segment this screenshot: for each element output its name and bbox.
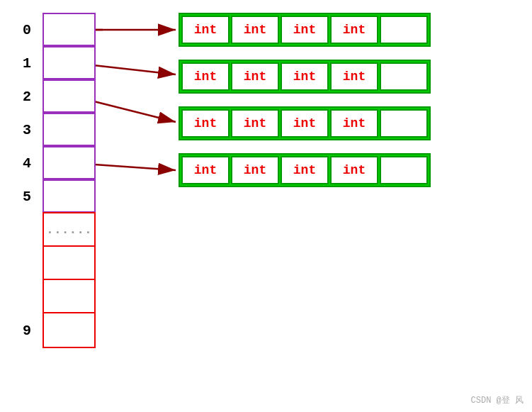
right-cell-0-3: int <box>330 16 378 44</box>
right-cell-1-2: int <box>281 62 329 91</box>
right-cell-3-3: int <box>330 156 378 184</box>
right-cell-1-0: int <box>181 62 230 91</box>
red-cell-9: 9 <box>44 313 94 347</box>
right-cell-1-4 <box>380 62 428 91</box>
right-cell-3-2: int <box>281 156 329 184</box>
red-cell-dots: ...... <box>44 213 94 247</box>
right-cell-0-1: int <box>231 16 279 44</box>
index-1: 1 <box>23 55 31 71</box>
right-row-3: int int int int <box>179 153 431 187</box>
right-row-1: int int int int <box>179 60 431 94</box>
index-9: 9 <box>23 322 31 338</box>
index-3: 3 <box>23 121 31 138</box>
right-cell-2-3: int <box>330 109 378 138</box>
index-4: 4 <box>23 155 31 171</box>
right-row-2: int int int int <box>179 106 431 140</box>
right-cell-1-3: int <box>330 62 378 91</box>
right-outer-3: int int int int <box>179 153 431 187</box>
right-cell-2-1: int <box>231 109 279 138</box>
right-cell-2-0: int <box>181 109 230 138</box>
right-cell-0-2: int <box>281 16 329 44</box>
left-red-array: ...... 9 <box>43 212 96 348</box>
left-cell-0: 0 <box>43 13 96 46</box>
red-cell-mid2 <box>44 280 94 313</box>
left-cell-5: 5 <box>43 179 96 213</box>
red-cell-mid1 <box>44 247 94 280</box>
right-cell-0-4 <box>380 16 428 44</box>
right-outer-1: int int int int <box>179 60 431 94</box>
left-cell-4: 4 <box>43 146 96 179</box>
index-5: 5 <box>23 188 31 204</box>
right-cell-1-1: int <box>231 62 279 91</box>
right-row-0: int int int int <box>179 13 431 47</box>
left-purple-array: 0 1 2 3 4 5 <box>43 13 96 213</box>
right-cell-0-0: int <box>181 16 230 44</box>
right-cell-3-1: int <box>231 156 279 184</box>
right-cell-3-0: int <box>181 156 230 184</box>
right-outer-0: int int int int <box>179 13 431 47</box>
right-cell-2-2: int <box>281 109 329 138</box>
index-0: 0 <box>23 21 31 38</box>
right-outer-2: int int int int <box>179 106 431 140</box>
index-2: 2 <box>23 88 31 104</box>
right-cell-3-4 <box>380 156 428 184</box>
diagram-container: 0 1 2 3 4 5 ...... 9 int int i <box>0 0 532 412</box>
left-cell-1: 1 <box>43 46 96 79</box>
left-cell-3: 3 <box>43 113 96 146</box>
right-cell-2-4 <box>380 109 428 138</box>
watermark: CSDN @登 风 <box>471 394 523 406</box>
left-cell-2: 2 <box>43 79 96 113</box>
dots-label: ...... <box>46 223 92 237</box>
